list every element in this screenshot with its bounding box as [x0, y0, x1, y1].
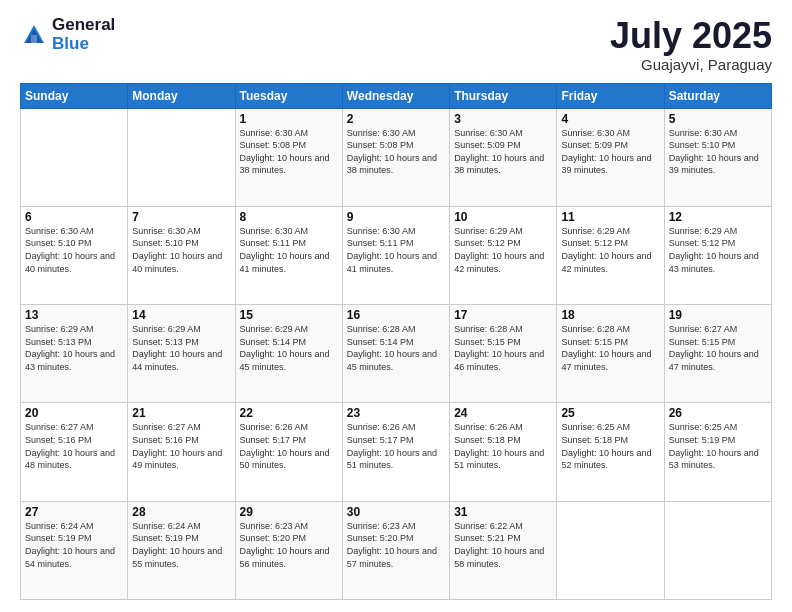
day-info: Sunrise: 6:27 AM Sunset: 5:16 PM Dayligh… [132, 421, 230, 471]
calendar-cell: 24Sunrise: 6:26 AM Sunset: 5:18 PM Dayli… [450, 403, 557, 501]
calendar-cell: 26Sunrise: 6:25 AM Sunset: 5:19 PM Dayli… [664, 403, 771, 501]
day-number: 21 [132, 406, 230, 420]
day-info: Sunrise: 6:30 AM Sunset: 5:10 PM Dayligh… [25, 225, 123, 275]
day-number: 26 [669, 406, 767, 420]
calendar-cell: 17Sunrise: 6:28 AM Sunset: 5:15 PM Dayli… [450, 305, 557, 403]
calendar-page: General Blue July 2025 Guajayvi, Paragua… [0, 0, 792, 612]
calendar-cell: 4Sunrise: 6:30 AM Sunset: 5:09 PM Daylig… [557, 108, 664, 206]
logo: General Blue [20, 16, 115, 53]
calendar-cell: 5Sunrise: 6:30 AM Sunset: 5:10 PM Daylig… [664, 108, 771, 206]
calendar-cell: 8Sunrise: 6:30 AM Sunset: 5:11 PM Daylig… [235, 206, 342, 304]
day-info: Sunrise: 6:29 AM Sunset: 5:12 PM Dayligh… [454, 225, 552, 275]
day-info: Sunrise: 6:24 AM Sunset: 5:19 PM Dayligh… [132, 520, 230, 570]
calendar-cell: 30Sunrise: 6:23 AM Sunset: 5:20 PM Dayli… [342, 501, 449, 599]
day-info: Sunrise: 6:26 AM Sunset: 5:17 PM Dayligh… [347, 421, 445, 471]
day-number: 3 [454, 112, 552, 126]
day-info: Sunrise: 6:29 AM Sunset: 5:13 PM Dayligh… [25, 323, 123, 373]
day-of-week-header: Friday [557, 83, 664, 108]
calendar-week-row: 27Sunrise: 6:24 AM Sunset: 5:19 PM Dayli… [21, 501, 772, 599]
day-number: 6 [25, 210, 123, 224]
day-number: 18 [561, 308, 659, 322]
header: General Blue July 2025 Guajayvi, Paragua… [20, 16, 772, 73]
calendar-cell: 21Sunrise: 6:27 AM Sunset: 5:16 PM Dayli… [128, 403, 235, 501]
day-info: Sunrise: 6:26 AM Sunset: 5:18 PM Dayligh… [454, 421, 552, 471]
day-number: 24 [454, 406, 552, 420]
calendar-cell: 7Sunrise: 6:30 AM Sunset: 5:10 PM Daylig… [128, 206, 235, 304]
day-number: 25 [561, 406, 659, 420]
day-info: Sunrise: 6:30 AM Sunset: 5:11 PM Dayligh… [347, 225, 445, 275]
location: Guajayvi, Paraguay [610, 56, 772, 73]
day-number: 4 [561, 112, 659, 126]
logo-blue-text: Blue [52, 35, 115, 54]
calendar-cell [128, 108, 235, 206]
day-info: Sunrise: 6:30 AM Sunset: 5:08 PM Dayligh… [240, 127, 338, 177]
calendar-cell: 31Sunrise: 6:22 AM Sunset: 5:21 PM Dayli… [450, 501, 557, 599]
calendar-header-row: SundayMondayTuesdayWednesdayThursdayFrid… [21, 83, 772, 108]
calendar-cell: 11Sunrise: 6:29 AM Sunset: 5:12 PM Dayli… [557, 206, 664, 304]
day-of-week-header: Monday [128, 83, 235, 108]
day-info: Sunrise: 6:29 AM Sunset: 5:14 PM Dayligh… [240, 323, 338, 373]
day-number: 15 [240, 308, 338, 322]
title-block: July 2025 Guajayvi, Paraguay [610, 16, 772, 73]
calendar-cell: 1Sunrise: 6:30 AM Sunset: 5:08 PM Daylig… [235, 108, 342, 206]
day-of-week-header: Thursday [450, 83, 557, 108]
calendar-cell: 27Sunrise: 6:24 AM Sunset: 5:19 PM Dayli… [21, 501, 128, 599]
day-of-week-header: Tuesday [235, 83, 342, 108]
day-number: 1 [240, 112, 338, 126]
day-info: Sunrise: 6:27 AM Sunset: 5:15 PM Dayligh… [669, 323, 767, 373]
day-number: 30 [347, 505, 445, 519]
calendar-cell: 22Sunrise: 6:26 AM Sunset: 5:17 PM Dayli… [235, 403, 342, 501]
day-info: Sunrise: 6:26 AM Sunset: 5:17 PM Dayligh… [240, 421, 338, 471]
calendar-cell: 23Sunrise: 6:26 AM Sunset: 5:17 PM Dayli… [342, 403, 449, 501]
calendar-table: SundayMondayTuesdayWednesdayThursdayFrid… [20, 83, 772, 600]
day-number: 16 [347, 308, 445, 322]
calendar-week-row: 1Sunrise: 6:30 AM Sunset: 5:08 PM Daylig… [21, 108, 772, 206]
day-number: 9 [347, 210, 445, 224]
day-number: 14 [132, 308, 230, 322]
calendar-cell [664, 501, 771, 599]
calendar-week-row: 6Sunrise: 6:30 AM Sunset: 5:10 PM Daylig… [21, 206, 772, 304]
day-info: Sunrise: 6:30 AM Sunset: 5:10 PM Dayligh… [669, 127, 767, 177]
day-number: 8 [240, 210, 338, 224]
calendar-cell: 12Sunrise: 6:29 AM Sunset: 5:12 PM Dayli… [664, 206, 771, 304]
day-info: Sunrise: 6:23 AM Sunset: 5:20 PM Dayligh… [347, 520, 445, 570]
day-of-week-header: Saturday [664, 83, 771, 108]
day-info: Sunrise: 6:28 AM Sunset: 5:15 PM Dayligh… [454, 323, 552, 373]
day-number: 19 [669, 308, 767, 322]
day-info: Sunrise: 6:25 AM Sunset: 5:19 PM Dayligh… [669, 421, 767, 471]
day-info: Sunrise: 6:29 AM Sunset: 5:13 PM Dayligh… [132, 323, 230, 373]
calendar-week-row: 20Sunrise: 6:27 AM Sunset: 5:16 PM Dayli… [21, 403, 772, 501]
calendar-cell: 19Sunrise: 6:27 AM Sunset: 5:15 PM Dayli… [664, 305, 771, 403]
day-info: Sunrise: 6:25 AM Sunset: 5:18 PM Dayligh… [561, 421, 659, 471]
day-info: Sunrise: 6:24 AM Sunset: 5:19 PM Dayligh… [25, 520, 123, 570]
day-number: 5 [669, 112, 767, 126]
day-info: Sunrise: 6:29 AM Sunset: 5:12 PM Dayligh… [669, 225, 767, 275]
calendar-cell [557, 501, 664, 599]
calendar-cell: 18Sunrise: 6:28 AM Sunset: 5:15 PM Dayli… [557, 305, 664, 403]
day-info: Sunrise: 6:23 AM Sunset: 5:20 PM Dayligh… [240, 520, 338, 570]
calendar-cell: 14Sunrise: 6:29 AM Sunset: 5:13 PM Dayli… [128, 305, 235, 403]
day-info: Sunrise: 6:30 AM Sunset: 5:09 PM Dayligh… [454, 127, 552, 177]
calendar-cell: 28Sunrise: 6:24 AM Sunset: 5:19 PM Dayli… [128, 501, 235, 599]
day-info: Sunrise: 6:29 AM Sunset: 5:12 PM Dayligh… [561, 225, 659, 275]
calendar-cell [21, 108, 128, 206]
calendar-cell: 29Sunrise: 6:23 AM Sunset: 5:20 PM Dayli… [235, 501, 342, 599]
calendar-cell: 9Sunrise: 6:30 AM Sunset: 5:11 PM Daylig… [342, 206, 449, 304]
day-info: Sunrise: 6:30 AM Sunset: 5:09 PM Dayligh… [561, 127, 659, 177]
day-number: 7 [132, 210, 230, 224]
calendar-cell: 3Sunrise: 6:30 AM Sunset: 5:09 PM Daylig… [450, 108, 557, 206]
calendar-cell: 16Sunrise: 6:28 AM Sunset: 5:14 PM Dayli… [342, 305, 449, 403]
logo-general-text: General [52, 16, 115, 35]
day-number: 31 [454, 505, 552, 519]
logo-icon [20, 21, 48, 49]
day-number: 27 [25, 505, 123, 519]
day-number: 23 [347, 406, 445, 420]
calendar-cell: 20Sunrise: 6:27 AM Sunset: 5:16 PM Dayli… [21, 403, 128, 501]
day-of-week-header: Sunday [21, 83, 128, 108]
calendar-cell: 2Sunrise: 6:30 AM Sunset: 5:08 PM Daylig… [342, 108, 449, 206]
day-info: Sunrise: 6:30 AM Sunset: 5:08 PM Dayligh… [347, 127, 445, 177]
day-info: Sunrise: 6:30 AM Sunset: 5:10 PM Dayligh… [132, 225, 230, 275]
calendar-week-row: 13Sunrise: 6:29 AM Sunset: 5:13 PM Dayli… [21, 305, 772, 403]
month-title: July 2025 [610, 16, 772, 56]
day-number: 13 [25, 308, 123, 322]
